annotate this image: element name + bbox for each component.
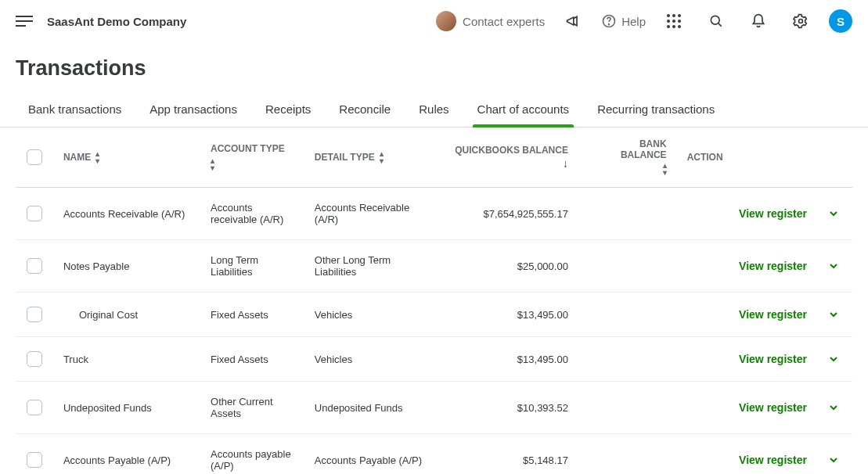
qb-balance-cell: $13,495.00 [437,337,584,382]
account-name[interactable]: Accounts Receivable (A/R) [63,208,185,220]
account-type-cell: Long Term Liabilities [203,240,307,293]
table-row: Original Cost Fixed Assets Vehicles $13,… [16,293,852,337]
row-checkbox[interactable] [27,307,42,322]
column-header-account-type[interactable]: ACCOUNT TYPE▴▾ [203,127,307,188]
qb-balance-cell: $25,000.00 [437,240,584,293]
view-register-link[interactable]: View register [739,454,807,466]
account-type-cell: Accounts receivable (A/R) [203,188,307,240]
notifications-icon[interactable] [744,7,773,35]
qb-balance-cell: $10,393.52 [437,382,584,434]
tab-chart-of-accounts[interactable]: Chart of accounts [477,98,570,127]
apps-grid-icon[interactable] [660,7,688,35]
table-row: Accounts Payable (A/P) Accounts payable … [16,434,852,475]
sort-icon: ▴▾ [380,150,384,164]
row-checkbox[interactable] [27,206,42,221]
help-button[interactable]: Help [601,13,646,29]
sort-down-icon: ↓ [563,157,568,170]
row-action-dropdown-icon[interactable] [827,353,840,365]
column-header-qb-balance[interactable]: QUICKBOOKS BALANCE↓ [437,127,584,188]
account-name[interactable]: Notes Payable [63,260,130,272]
bank-balance-cell [584,382,679,434]
bank-balance-cell [584,188,679,240]
sort-icon: ▴▾ [95,150,99,164]
row-action-dropdown-icon[interactable] [827,260,840,272]
search-icon[interactable] [702,7,730,35]
account-name[interactable]: Original Cost [63,309,138,321]
expert-avatar-icon [436,11,456,31]
account-name[interactable]: Truck [63,354,88,365]
account-type-cell: Fixed Assets [203,337,307,382]
row-checkbox[interactable] [27,400,42,415]
select-all-checkbox[interactable] [27,149,42,165]
accounts-table-wrap: NAME▴▾ ACCOUNT TYPE▴▾ DETAIL TYPE▴▾ QUIC… [0,127,868,474]
help-label: Help [621,15,646,28]
sort-icon: ▴▾ [663,162,667,176]
menu-toggle-icon[interactable] [16,13,33,30]
row-action-dropdown-icon[interactable] [827,401,840,414]
account-type-cell: Other Current Assets [203,382,307,434]
detail-type-cell: Vehicles [307,293,437,337]
bank-balance-cell [584,434,679,475]
account-name[interactable]: Accounts Payable (A/P) [63,454,171,466]
detail-type-cell: Accounts Receivable (A/R) [307,188,437,240]
page-title: Transactions [0,42,868,88]
account-type-cell: Accounts payable (A/P) [203,434,307,475]
column-header-action: ACTION [679,127,852,188]
tab-app-transactions[interactable]: App transactions [149,98,237,127]
qb-balance-cell: $5,148.17 [437,434,584,475]
row-action-dropdown-icon[interactable] [827,454,840,466]
settings-gear-icon[interactable] [787,7,815,35]
row-action-dropdown-icon[interactable] [827,207,840,220]
profile-avatar-button[interactable]: S [829,9,852,33]
svg-point-1 [609,24,610,25]
qb-balance-cell: $13,495.00 [437,293,584,337]
detail-type-cell: Undeposited Funds [307,382,437,434]
top-bar: SaasAnt Demo Company Contact experts Hel… [0,0,868,42]
column-header-name[interactable]: NAME▴▾ [56,127,203,188]
detail-type-cell: Vehicles [307,337,437,382]
row-checkbox[interactable] [27,452,42,468]
svg-point-2 [711,16,719,24]
account-name[interactable]: Undeposited Funds [63,402,152,414]
view-register-link[interactable]: View register [739,207,807,220]
tab-bank-transactions[interactable]: Bank transactions [28,98,121,127]
column-header-bank-balance[interactable]: BANK BALANCE▴▾ [584,127,679,188]
bank-balance-cell [584,293,679,337]
qb-balance-cell: $7,654,925,555.17 [437,188,584,240]
tab-receipts[interactable]: Receipts [265,98,311,127]
tab-recurring-transactions[interactable]: Recurring transactions [597,98,715,127]
view-register-link[interactable]: View register [739,353,807,365]
table-row: Undeposited Funds Other Current Assets U… [16,382,852,434]
row-action-dropdown-icon[interactable] [827,308,840,321]
view-register-link[interactable]: View register [739,308,807,321]
sort-icon: ▴▾ [211,157,214,171]
table-row: Notes Payable Long Term Liabilities Othe… [16,240,852,293]
detail-type-cell: Other Long Term Liabilities [307,240,437,293]
tab-rules[interactable]: Rules [419,98,448,127]
svg-point-3 [799,20,803,23]
bank-balance-cell [584,240,679,293]
table-row: Truck Fixed Assets Vehicles $13,495.00 V… [16,337,852,382]
contact-experts-button[interactable]: Contact experts [436,11,545,31]
view-register-link[interactable]: View register [739,401,807,414]
contact-experts-label: Contact experts [463,15,545,28]
company-name[interactable]: SaasAnt Demo Company [47,15,186,28]
announcements-icon[interactable] [559,7,587,35]
table-row: Accounts Receivable (A/R) Accounts recei… [16,188,852,240]
account-type-cell: Fixed Assets [203,293,307,337]
help-icon [601,13,617,29]
accounts-table: NAME▴▾ ACCOUNT TYPE▴▾ DETAIL TYPE▴▾ QUIC… [16,127,852,474]
column-header-detail-type[interactable]: DETAIL TYPE▴▾ [307,127,437,188]
detail-type-cell: Accounts Payable (A/P) [307,434,437,475]
row-checkbox[interactable] [27,258,42,274]
view-register-link[interactable]: View register [739,260,807,272]
row-checkbox[interactable] [27,351,42,367]
tabs-nav: Bank transactionsApp transactionsReceipt… [0,88,868,127]
bank-balance-cell [584,337,679,382]
tab-reconcile[interactable]: Reconcile [339,98,391,127]
